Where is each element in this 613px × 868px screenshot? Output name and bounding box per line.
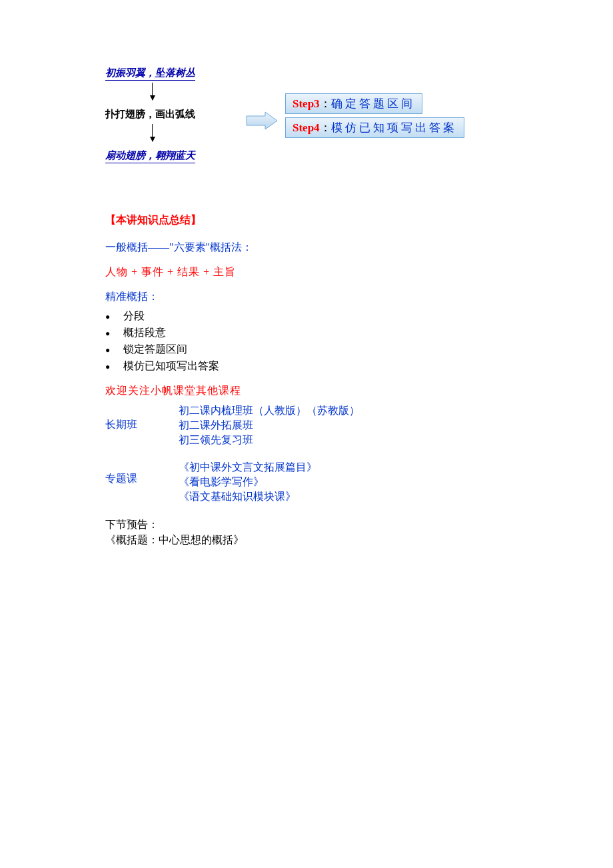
step4-box: Step4：模仿已知项写出答案 [285, 117, 464, 138]
next-preview: 下节预告： 《概括题：中心思想的概括》 [105, 518, 513, 547]
general-method-text: 一般概括——"六要素"概括法： [105, 241, 513, 255]
topic-items: 《初中课外文言文拓展篇目》 《看电影学写作》 《语文基础知识模块课》 [179, 460, 317, 505]
course-item: 初三领先复习班 [179, 433, 360, 447]
arrow-down-icon [152, 83, 153, 100]
course-table: 长期班 初二课内梳理班（人教版）（苏教版） 初二课外拓展班 初三领先复习班 专题… [105, 403, 513, 505]
step3-label: Step3 [293, 97, 320, 110]
step3-box: Step3：确定答题区间 [285, 93, 422, 114]
list-item: 概括段意 [105, 326, 513, 340]
long-term-row: 长期班 初二课内梳理班（人教版）（苏教版） 初二课外拓展班 初三领先复习班 [105, 403, 513, 448]
summary-heading: 【本讲知识点总结】 [105, 213, 513, 227]
welcome-text: 欢迎关注小帆课堂其他课程 [105, 384, 513, 398]
formula-text: 人物 + 事件 + 结果 + 主旨 [105, 265, 513, 279]
step4-text: 模仿已知项写出答案 [331, 121, 457, 134]
long-term-items: 初二课内梳理班（人教版）（苏教版） 初二课外拓展班 初三领先复习班 [179, 403, 360, 448]
arrow-down-icon [152, 124, 153, 141]
course-item: 初二课外拓展班 [179, 419, 360, 433]
topic-row: 专题课 《初中课外文言文拓展篇目》 《看电影学写作》 《语文基础知识模块课》 [105, 460, 513, 505]
course-item: 《看电影学写作》 [179, 475, 317, 489]
step3-text: 确定答题区间 [331, 97, 415, 110]
course-item: 《初中课外文言文拓展篇目》 [179, 461, 317, 475]
step4-label: Step4 [293, 121, 320, 134]
next-label: 下节预告： [105, 518, 513, 532]
precise-heading: 精准概括： [105, 290, 513, 304]
diagram-step-3: 扇动翅膀，翱翔蓝天 [105, 149, 195, 163]
block-arrow-icon [245, 111, 279, 133]
precise-steps-list: 分段 概括段意 锁定答题区间 模仿已知项写出答案 [105, 309, 513, 373]
long-term-label: 长期班 [105, 403, 179, 432]
topic-label: 专题课 [105, 460, 179, 486]
svg-marker-0 [247, 112, 277, 129]
flow-diagram: 初振羽翼，坠落树丛 扑打翅膀，画出弧线 扇动翅膀，翱翔蓝天 Step3：确定答题… [105, 67, 513, 187]
document-page: 初振羽翼，坠落树丛 扑打翅膀，画出弧线 扇动翅膀，翱翔蓝天 Step3：确定答题… [0, 0, 613, 615]
next-content: 《概括题：中心思想的概括》 [105, 533, 513, 547]
list-item: 锁定答题区间 [105, 343, 513, 357]
list-item: 分段 [105, 309, 513, 323]
list-item: 模仿已知项写出答案 [105, 359, 513, 373]
diagram-step-1: 初振羽翼，坠落树丛 [105, 67, 195, 81]
course-item: 初二课内梳理班（人教版）（苏教版） [179, 404, 360, 418]
diagram-step-2: 扑打翅膀，画出弧线 [105, 108, 195, 121]
course-item: 《语文基础知识模块课》 [179, 490, 317, 504]
